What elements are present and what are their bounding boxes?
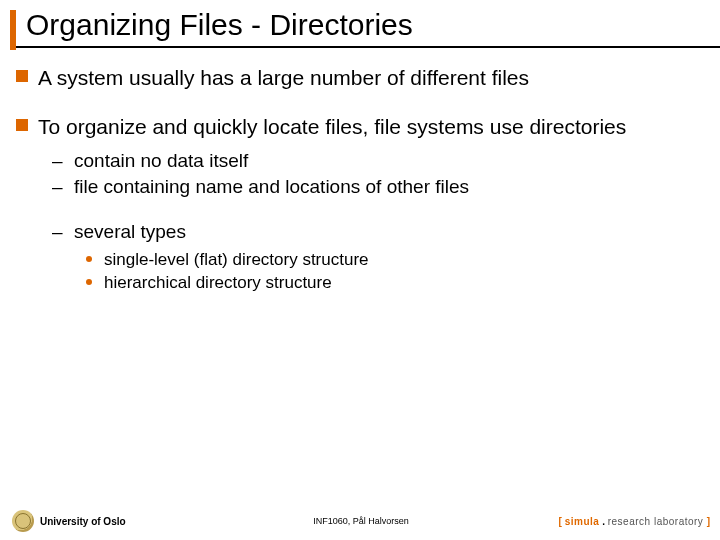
footer: University of Oslo INF1060, Pål Halvorse… [12,510,710,532]
list-item: contain no data itself [52,149,696,174]
slide-title: Organizing Files - Directories [26,8,720,42]
content-area: A system usually has a large number of d… [16,64,696,317]
footer-right: [ simula . research laboratory ] [559,516,710,527]
brand-rest: research laboratory [608,516,707,527]
bullet-text: A system usually has a large number of d… [38,66,529,89]
list-item: file containing name and locations of ot… [52,175,696,200]
bullet-text: contain no data itself [74,150,248,171]
brand-separator: . [599,516,607,527]
footer-center: INF1060, Pål Halvorsen [313,516,409,526]
sub-list: contain no data itself file containing n… [38,149,696,295]
list-item: hierarchical directory structure [86,272,696,295]
list-item: several types single-level (flat) direct… [52,220,696,295]
bullet-text: file containing name and locations of ot… [74,176,469,197]
list-item: single-level (flat) directory structure [86,249,696,272]
bullet-text: To organize and quickly locate files, fi… [38,115,626,138]
list-item: To organize and quickly locate files, fi… [16,113,696,294]
bullet-text: several types [74,221,186,242]
bullet-text: single-level (flat) directory structure [104,250,369,269]
uio-seal-icon [12,510,34,532]
bullet-list: A system usually has a large number of d… [16,64,696,295]
sub-sub-list: single-level (flat) directory structure … [74,249,696,295]
list-item: A system usually has a large number of d… [16,64,696,91]
bullet-text: hierarchical directory structure [104,273,332,292]
title-bar: Organizing Files - Directories [10,8,720,48]
footer-left: University of Oslo [12,510,126,532]
title-accent-bar [10,10,16,50]
slide: { "title": "Organizing Files - Directori… [0,0,720,540]
bracket-close: ] [707,516,710,527]
university-name: University of Oslo [40,516,126,527]
simula-brand: simula [565,516,600,527]
